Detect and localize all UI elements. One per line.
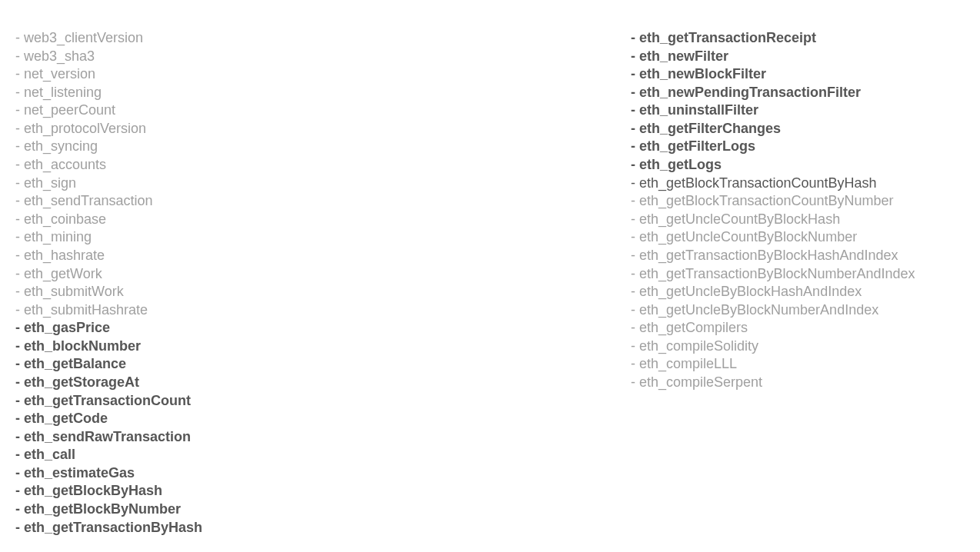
list-item: - eth_sign [15, 175, 631, 193]
list-item: - eth_getBlockTransactionCountByHash [631, 175, 965, 193]
list-item: - eth_newFilter [631, 48, 965, 66]
list-item: - eth_gasPrice [15, 319, 631, 338]
list-item: - eth_call [15, 446, 631, 464]
list-item: - eth_protocolVersion [15, 120, 631, 138]
list-item: - eth_getBlockByNumber [15, 500, 631, 519]
list-item: - eth_getTransactionByBlockHashAndIndex [631, 247, 965, 265]
list-item: - eth_uninstallFilter [631, 101, 965, 120]
list-item: - eth_coinbase [15, 211, 631, 229]
list-item: - eth_sendTransaction [15, 192, 631, 211]
list-item: - eth_getUncleCountByBlockNumber [631, 228, 965, 247]
list-item: - eth_syncing [15, 138, 631, 156]
list-item: - eth_hashrate [15, 247, 631, 265]
list-item: - eth_getStorageAt [15, 374, 631, 392]
list-item: - web3_sha3 [15, 48, 631, 66]
list-item: - eth_newBlockFilter [631, 65, 965, 84]
list-item: - eth_getBalance [15, 355, 631, 374]
list-item: - net_listening [15, 84, 631, 102]
list-item: - eth_submitWork [15, 283, 631, 301]
list-item: - eth_getFilterChanges [631, 120, 965, 138]
list-item: - eth_getLogs [631, 156, 965, 175]
list-item: - eth_estimateGas [15, 464, 631, 483]
list-item: - web3_clientVersion [15, 29, 631, 48]
list-item: - eth_mining [15, 228, 631, 247]
list-item: - net_peerCount [15, 101, 631, 120]
list-item: - eth_getBlockByHash [15, 482, 631, 500]
list-item: - eth_compileSerpent [631, 374, 965, 392]
list-item: - net_version [15, 65, 631, 84]
list-item: - eth_getUncleByBlockNumberAndIndex [631, 301, 965, 320]
list-item: - eth_getWork [15, 265, 631, 284]
list-item: - eth_getBlockTransactionCountByNumber [631, 192, 965, 211]
list-item: - eth_getCompilers [631, 319, 965, 338]
list-item: - eth_getUncleByBlockHashAndIndex [631, 283, 965, 301]
right-column: - eth_getTransactionReceipt- eth_newFilt… [631, 29, 965, 523]
list-item: - eth_newPendingTransactionFilter [631, 84, 965, 102]
list-item: - eth_accounts [15, 156, 631, 175]
list-item: - eth_getTransactionReceipt [631, 29, 965, 48]
list-item: - eth_getTransactionByHash [15, 519, 631, 537]
list-item: - eth_blockNumber [15, 338, 631, 356]
list-item: - eth_sendRawTransaction [15, 428, 631, 447]
list-item: - eth_getUncleCountByBlockHash [631, 211, 965, 229]
list-item: - eth_getTransactionCount [15, 392, 631, 411]
left-column: - web3_clientVersion- web3_sha3- net_ver… [15, 29, 631, 523]
list-item: - eth_getTransactionByBlockNumberAndInde… [631, 265, 965, 284]
list-item: - eth_compileLLL [631, 355, 965, 374]
list-item: - eth_getFilterLogs [631, 138, 965, 156]
list-item: - eth_compileSolidity [631, 338, 965, 356]
list-item: - eth_getCode [15, 410, 631, 428]
list-item: - eth_submitHashrate [15, 301, 631, 320]
